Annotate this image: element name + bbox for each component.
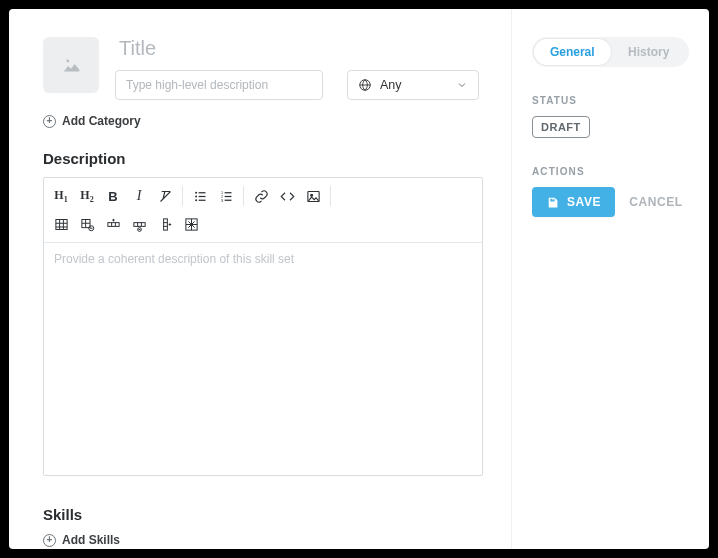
list-ol-icon: 123 — [219, 189, 234, 204]
italic-button[interactable]: I — [126, 182, 152, 210]
delete-col-button[interactable] — [178, 210, 204, 238]
add-category-button[interactable]: + Add Category — [43, 114, 483, 128]
svg-rect-6 — [198, 199, 205, 200]
add-category-label: Add Category — [62, 114, 141, 128]
clear-format-icon — [158, 189, 173, 204]
code-button[interactable] — [274, 182, 300, 210]
rich-editor: H1 H2 B I 123 — [43, 177, 483, 476]
actions-block: ACTIONS SAVE CANCEL — [532, 166, 689, 217]
actions-label: ACTIONS — [532, 166, 689, 177]
svg-rect-9 — [224, 199, 231, 200]
svg-rect-4 — [198, 192, 205, 193]
sidebar: General History STATUS DRAFT ACTIONS SAV… — [511, 9, 709, 549]
svg-rect-21 — [163, 218, 167, 229]
thumbnail-placeholder[interactable] — [43, 37, 99, 93]
main-pane: Any + Add Category Description H1 H2 — [9, 9, 511, 549]
add-skills-button[interactable]: + Add Skills — [43, 533, 483, 547]
header-fields: Any — [115, 37, 483, 100]
app-frame: Any + Add Category Description H1 H2 — [9, 9, 709, 549]
code-icon — [280, 189, 295, 204]
h2-button[interactable]: H2 — [74, 182, 100, 210]
list-ul-icon — [193, 189, 208, 204]
svg-point-1 — [195, 191, 197, 193]
add-col-button[interactable] — [152, 210, 178, 238]
svg-rect-18 — [107, 222, 118, 226]
plus-circle-icon: + — [43, 115, 56, 128]
status-badge: DRAFT — [532, 116, 590, 138]
plus-circle-icon: + — [43, 534, 56, 547]
skills-heading: Skills — [43, 506, 483, 523]
sidebar-tabs: General History — [532, 37, 689, 67]
bold-button[interactable]: B — [100, 182, 126, 210]
ordered-list-button[interactable]: 123 — [213, 182, 239, 210]
picture-icon — [306, 189, 321, 204]
cancel-button[interactable]: CANCEL — [629, 195, 683, 209]
clear-format-button[interactable] — [152, 182, 178, 210]
header-row2: Any — [115, 70, 483, 100]
svg-rect-19 — [133, 222, 144, 226]
delete-row-button[interactable] — [126, 210, 152, 238]
save-button[interactable]: SAVE — [532, 187, 615, 217]
svg-rect-5 — [198, 195, 205, 196]
short-description-input[interactable] — [115, 70, 323, 100]
status-label: STATUS — [532, 95, 689, 106]
editor-body[interactable]: Provide a coherent description of this s… — [44, 243, 482, 475]
delete-table-button[interactable] — [74, 210, 100, 238]
tab-general[interactable]: General — [534, 39, 611, 65]
image-button[interactable] — [300, 182, 326, 210]
tab-history[interactable]: History — [611, 39, 688, 65]
editor-toolbar: H1 H2 B I 123 — [44, 178, 482, 243]
svg-point-2 — [195, 195, 197, 197]
col-add-icon — [158, 217, 173, 232]
description-heading: Description — [43, 150, 483, 167]
table-icon — [54, 217, 69, 232]
svg-rect-8 — [224, 195, 231, 196]
col-delete-icon — [184, 217, 199, 232]
h1-button[interactable]: H1 — [48, 182, 74, 210]
table-button[interactable] — [48, 210, 74, 238]
row-delete-icon — [132, 217, 147, 232]
scope-select[interactable]: Any — [347, 70, 479, 100]
bullet-list-button[interactable] — [187, 182, 213, 210]
status-block: STATUS DRAFT — [532, 95, 689, 138]
svg-point-14 — [310, 194, 312, 196]
title-input[interactable] — [115, 37, 483, 62]
link-button[interactable] — [248, 182, 274, 210]
save-label: SAVE — [567, 195, 601, 209]
editor-placeholder: Provide a coherent description of this s… — [54, 252, 294, 266]
svg-point-3 — [195, 199, 197, 201]
svg-rect-7 — [224, 192, 231, 193]
svg-rect-15 — [55, 219, 66, 229]
link-icon — [254, 189, 269, 204]
header: Any — [43, 37, 483, 100]
chevron-down-icon — [456, 79, 468, 91]
svg-text:3: 3 — [220, 198, 222, 202]
add-row-button[interactable] — [100, 210, 126, 238]
image-icon — [60, 54, 82, 76]
scope-select-value: Any — [380, 78, 402, 92]
row-add-icon — [106, 217, 121, 232]
add-skills-label: Add Skills — [62, 533, 120, 547]
save-icon — [546, 196, 559, 209]
table-delete-icon — [80, 217, 95, 232]
globe-icon — [358, 78, 372, 92]
